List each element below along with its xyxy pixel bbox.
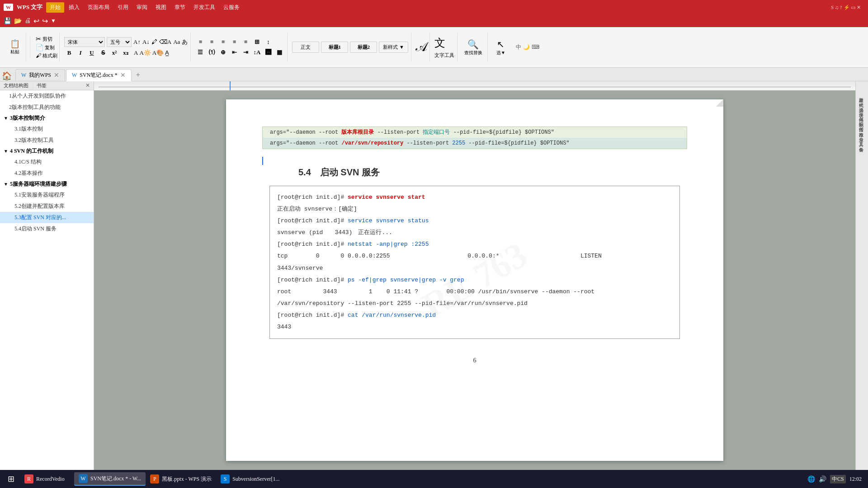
justify-all-btn[interactable]: ≡ <box>241 38 250 47</box>
select-btn[interactable]: ↖ 选▼ <box>492 38 509 57</box>
doc-area[interactable]: RE 763 args="--daemon --root 版本库根目录 --li… <box>94 90 855 475</box>
style-normal[interactable]: 正文 <box>292 42 319 53</box>
tab-svndoc-close[interactable]: ✕ <box>120 71 126 79</box>
special-tool-btn[interactable]: 𝒜 <box>416 40 427 55</box>
style-heading2[interactable]: 标题2 <box>350 42 377 53</box>
italic-btn[interactable]: I <box>75 48 85 57</box>
phonetic-btn[interactable]: あ <box>182 38 188 46</box>
nav-item-5-2[interactable]: 5.2创建并配置版本库 <box>0 201 94 212</box>
bookmark-tab[interactable]: 书签 <box>37 82 47 89</box>
right-btn-share[interactable]: 分享 <box>857 132 867 136</box>
nav-item-1[interactable]: 1从个人开发到团队协作 <box>0 90 94 102</box>
menu-chapter[interactable]: 章节 <box>171 2 189 13</box>
line-spacing-btn[interactable]: ↕ <box>263 38 273 47</box>
right-btn-tools[interactable]: 工具 <box>857 137 867 141</box>
right-btn-upload[interactable]: 传图 <box>857 122 867 127</box>
menu-insert[interactable]: 插入 <box>65 2 83 13</box>
right-btn-style[interactable]: 样式 <box>857 97 867 102</box>
underline-color-btn[interactable]: A̲ <box>165 49 169 56</box>
panel-close-btn[interactable]: ✕ <box>85 82 90 89</box>
case-btn[interactable]: Aa <box>173 38 180 46</box>
nav-item-5-1[interactable]: 5.1安装服务器端程序 <box>0 189 94 201</box>
font-shrink-btn[interactable]: A↓ <box>142 38 150 46</box>
font-family-select[interactable]: 宋体 <box>64 37 105 47</box>
tab-mywps[interactable]: W 我的WPS ✕ <box>15 69 65 81</box>
find-replace-btn[interactable]: 🔍 查找替换 <box>462 38 485 57</box>
menu-cloud[interactable]: 云服务 <box>220 2 243 13</box>
outline-btn[interactable]: ⊕ <box>218 48 228 57</box>
font-size-select[interactable]: 五号 <box>107 37 132 47</box>
tab-mywps-close[interactable]: ✕ <box>54 71 59 79</box>
taskbar-app-svn[interactable]: S SubversionServer[1... <box>216 473 284 485</box>
taskbar-app-record[interactable]: R RecordVedio <box>20 473 74 485</box>
qa-print[interactable]: 🖨 <box>24 17 31 24</box>
superscript-btn[interactable]: x² <box>109 48 119 57</box>
tray-sound-icon[interactable]: 🔊 <box>819 475 826 483</box>
nav-group-5[interactable]: ▼ 5服务器端环境搭建步骤 <box>0 179 94 189</box>
taskbar-app-wps[interactable]: W SVN笔记.docx * - W... <box>74 472 146 486</box>
strikethrough-btn[interactable]: S̶ <box>98 48 108 57</box>
char-shade-btn[interactable]: A🔆 <box>139 49 151 56</box>
indent-decrease-btn[interactable]: ⇤ <box>229 48 239 57</box>
right-btn-new[interactable]: 新建 <box>857 92 867 97</box>
right-btn-backup[interactable]: 备份 <box>857 142 867 146</box>
menu-review[interactable]: 审阅 <box>133 2 151 13</box>
nav-item-5-3[interactable]: 5.3配置 SVN 对应的... <box>0 212 94 223</box>
font-grow-btn[interactable]: A↑ <box>133 38 141 46</box>
indent-increase-btn[interactable]: ⇥ <box>241 48 250 57</box>
nav-item-4-1[interactable]: 4.1C/S 结构 <box>0 156 94 168</box>
menu-layout[interactable]: 页面布局 <box>84 2 113 13</box>
style-more[interactable]: 新样式 ▼ <box>379 42 408 53</box>
nav-item-5-4[interactable]: 5.4启动 SVN 服务 <box>0 223 94 235</box>
qa-dropdown[interactable]: ▼ <box>51 18 56 24</box>
menu-start[interactable]: 开始 <box>46 2 64 13</box>
nav-item-4-2[interactable]: 4.2基本操作 <box>0 168 94 179</box>
shading-btn[interactable]: 🅰 <box>263 48 273 57</box>
right-btn-recommend[interactable]: 推荐 <box>857 127 867 131</box>
justify-btn[interactable]: ≡ <box>229 38 239 47</box>
paste-btn[interactable]: 📋 粘贴 <box>7 38 23 56</box>
bold-btn[interactable]: B <box>64 48 74 57</box>
tray-ime-icon[interactable]: 中CS <box>830 475 846 483</box>
num-list-btn[interactable]: ⑴ <box>207 48 217 57</box>
right-btn-attr[interactable]: 属性 <box>857 112 867 117</box>
qa-redo[interactable]: ↪ <box>42 17 48 25</box>
extra-btn-3[interactable]: ⌨ <box>532 44 539 51</box>
right-btn-limit[interactable]: 限制 <box>857 117 867 122</box>
nav-item-2[interactable]: 2版本控制工具的功能 <box>0 102 94 113</box>
qa-undo[interactable]: ↩ <box>33 17 39 25</box>
nav-item-3-2[interactable]: 3.2版本控制工具 <box>0 135 94 146</box>
extra-btn-1[interactable]: 中 <box>516 43 521 51</box>
menu-ref[interactable]: 引用 <box>114 2 132 13</box>
highlight-btn[interactable]: 🖍 <box>151 38 157 46</box>
nav-item-3-1[interactable]: 3.1版本控制 <box>0 123 94 135</box>
start-btn[interactable]: ⊞ <box>2 470 20 488</box>
qa-save[interactable]: 💾 <box>4 17 11 25</box>
tray-network-icon[interactable]: 🌐 <box>807 475 815 483</box>
taskbar-app-ppt[interactable]: P 黑板.pptx - WPS 演示 <box>146 473 216 485</box>
tab-home-btn[interactable]: 🏠 <box>2 71 12 81</box>
menu-dev[interactable]: 开发工具 <box>190 2 219 13</box>
qa-open[interactable]: 📂 <box>14 17 22 25</box>
underline-btn[interactable]: U <box>87 48 97 57</box>
border-btn[interactable]: ▦ <box>274 48 284 57</box>
style-heading1[interactable]: 标题1 <box>321 42 348 53</box>
align-center-btn[interactable]: ≡ <box>207 38 217 47</box>
menu-view[interactable]: 视图 <box>152 2 170 13</box>
nav-group-3[interactable]: ▼ 3版本控制简介 <box>0 113 94 123</box>
subscript-btn[interactable]: x₂ <box>121 48 131 57</box>
sort-btn[interactable]: ↕A <box>252 48 262 57</box>
bullet-list-btn[interactable]: ☰ <box>195 48 205 57</box>
font-color-btn[interactable]: A <box>134 49 138 56</box>
extra-btn-2[interactable]: 🌙 <box>523 44 530 51</box>
right-btn-shape[interactable]: 形状 <box>857 107 867 112</box>
align-left-btn[interactable]: ≡ <box>195 38 205 47</box>
text-tool-btn[interactable]: 文 <box>434 36 454 50</box>
doc-structure-tab[interactable]: 文档结构图 <box>4 82 28 89</box>
nav-group-4[interactable]: ▼ 4 SVN 的工作机制 <box>0 146 94 156</box>
right-btn-select[interactable]: 选择 <box>857 102 867 107</box>
justify-spread-btn[interactable]: ⊞ <box>252 38 262 47</box>
font-color-btn2[interactable]: A🎨 <box>152 49 164 56</box>
tab-svndoc[interactable]: W SVN笔记.docx * ✕ <box>66 69 132 81</box>
new-tab-btn[interactable]: + <box>132 69 144 81</box>
